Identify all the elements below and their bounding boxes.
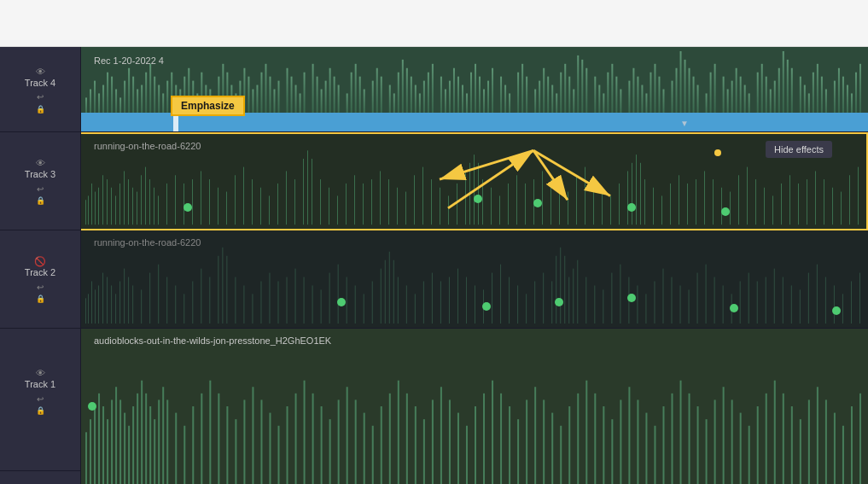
- svg-rect-346: [585, 277, 586, 324]
- svg-rect-309: [312, 285, 313, 324]
- track3-icons: 👁: [34, 157, 46, 169]
- svg-rect-263: [807, 179, 807, 225]
- svg-rect-300: [235, 277, 236, 324]
- svg-rect-440: [526, 399, 527, 484]
- svg-rect-444: [560, 426, 562, 484]
- track-sidebar: 👁 Track 4 ↩ 🔒 👁 Track 3 ↩ 🔒: [0, 47, 81, 484]
- svg-rect-315: [364, 294, 364, 324]
- svg-rect-396: [158, 399, 160, 484]
- svg-rect-186: [192, 179, 193, 225]
- svg-rect-464: [731, 399, 733, 484]
- track3-green-dot-4[interactable]: [627, 203, 636, 212]
- svg-rect-179: [145, 167, 146, 225]
- track1-lock-icon[interactable]: 🔒: [34, 405, 46, 417]
- svg-rect-318: [385, 260, 386, 324]
- emphasize-label-box[interactable]: Emphasize: [171, 96, 245, 116]
- svg-rect-347: [594, 285, 595, 324]
- track2-green-dot-3[interactable]: [555, 298, 563, 306]
- svg-rect-337: [534, 281, 535, 324]
- track4-label-panel: 👁 Track 4 ↩ 🔒: [0, 47, 80, 132]
- svg-rect-416: [321, 406, 323, 484]
- track3-filename: running-on-the-road-6220: [94, 141, 201, 151]
- track3-green-dot-2[interactable]: [474, 195, 482, 203]
- svg-rect-191: [235, 175, 236, 225]
- track2-green-dot-2[interactable]: [482, 302, 491, 311]
- track3-undo-icon[interactable]: ↩: [34, 183, 46, 195]
- svg-rect-296: [209, 277, 210, 324]
- track4-lock-icon[interactable]: 🔒: [34, 103, 46, 115]
- svg-rect-225: [499, 195, 500, 225]
- track4-content[interactable]: Rec 1-20-2022 4 ▼ Emphasize: [81, 47, 868, 132]
- svg-rect-325: [432, 273, 433, 324]
- svg-rect-240: [627, 171, 628, 225]
- track1-waveform-svg: [81, 329, 868, 484]
- svg-rect-304: [269, 273, 270, 324]
- svg-rect-371: [800, 289, 801, 324]
- track3-visibility-icon[interactable]: 👁: [34, 157, 46, 169]
- svg-rect-404: [218, 394, 219, 484]
- svg-rect-230: [542, 171, 543, 225]
- track1-filename: audioblocks-out-in-the-wilds-jon-pressto…: [94, 335, 331, 346]
- svg-rect-223: [482, 179, 483, 225]
- svg-rect-173: [119, 184, 120, 225]
- svg-rect-340: [556, 256, 556, 324]
- track3-lock-icon[interactable]: 🔒: [34, 195, 46, 207]
- svg-rect-361: [714, 277, 715, 324]
- track3-green-dot-5[interactable]: [721, 207, 730, 216]
- svg-rect-349: [611, 273, 612, 324]
- svg-rect-264: [815, 171, 816, 225]
- svg-rect-210: [388, 179, 389, 225]
- svg-rect-407: [243, 399, 245, 484]
- hide-effects-tooltip[interactable]: Hide effects: [766, 141, 832, 158]
- svg-rect-380: [90, 419, 91, 484]
- track2-lock-icon[interactable]: 🔒: [34, 293, 46, 305]
- track3-green-dot-1[interactable]: [184, 203, 192, 212]
- svg-rect-388: [124, 413, 125, 484]
- svg-rect-199: [303, 159, 304, 225]
- track3-green-dot-3[interactable]: [533, 199, 542, 207]
- track4-icons: 👁: [34, 66, 46, 78]
- track1-green-dot[interactable]: [88, 402, 96, 411]
- svg-rect-355: [662, 269, 663, 324]
- track4-undo-icon[interactable]: ↩: [34, 91, 46, 103]
- svg-rect-190: [226, 192, 227, 225]
- svg-rect-249: [687, 184, 688, 225]
- svg-rect-358: [689, 289, 690, 324]
- svg-rect-456: [662, 406, 664, 484]
- svg-rect-321: [398, 277, 399, 324]
- track1-visibility-icon[interactable]: 👁: [34, 367, 46, 379]
- track1-undo-icon[interactable]: ↩: [34, 393, 46, 405]
- svg-rect-379: [85, 432, 87, 484]
- svg-rect-367: [766, 277, 766, 324]
- track3-bottom-icons: ↩: [34, 183, 46, 195]
- svg-rect-459: [689, 394, 690, 484]
- track2-content[interactable]: running-on-the-road-6220: [81, 230, 868, 329]
- svg-rect-302: [252, 294, 253, 324]
- track3-content[interactable]: running-on-the-road-6220 Hide effects: [81, 132, 868, 230]
- svg-rect-305: [278, 281, 279, 324]
- svg-rect-448: [594, 394, 596, 484]
- track2-green-dot-6[interactable]: [832, 306, 841, 315]
- svg-rect-427: [415, 406, 417, 484]
- svg-rect-327: [449, 277, 450, 324]
- svg-rect-231: [551, 179, 551, 225]
- svg-rect-224: [491, 188, 492, 225]
- svg-rect-463: [723, 387, 725, 484]
- svg-rect-372: [808, 273, 809, 324]
- track4-visibility-icon[interactable]: 👁: [34, 66, 46, 78]
- track1-content[interactable]: audioblocks-out-in-the-wilds-jon-pressto…: [81, 329, 868, 484]
- svg-rect-196: [277, 184, 278, 225]
- svg-rect-202: [320, 179, 321, 225]
- track2-label-panel: 🚫 Track 2 ↩ 🔒: [0, 230, 80, 329]
- svg-rect-364: [740, 281, 741, 324]
- svg-rect-451: [620, 399, 621, 484]
- track2-green-dot-4[interactable]: [627, 294, 636, 302]
- track2-green-dot-5[interactable]: [730, 304, 738, 312]
- track2-undo-icon[interactable]: ↩: [34, 281, 46, 293]
- svg-rect-429: [432, 399, 434, 484]
- track2-green-dot-1[interactable]: [337, 298, 346, 306]
- svg-rect-418: [338, 399, 340, 484]
- track2-eye-strikethrough-icon[interactable]: 🚫: [34, 255, 46, 267]
- svg-rect-204: [337, 195, 338, 225]
- svg-rect-322: [406, 285, 407, 324]
